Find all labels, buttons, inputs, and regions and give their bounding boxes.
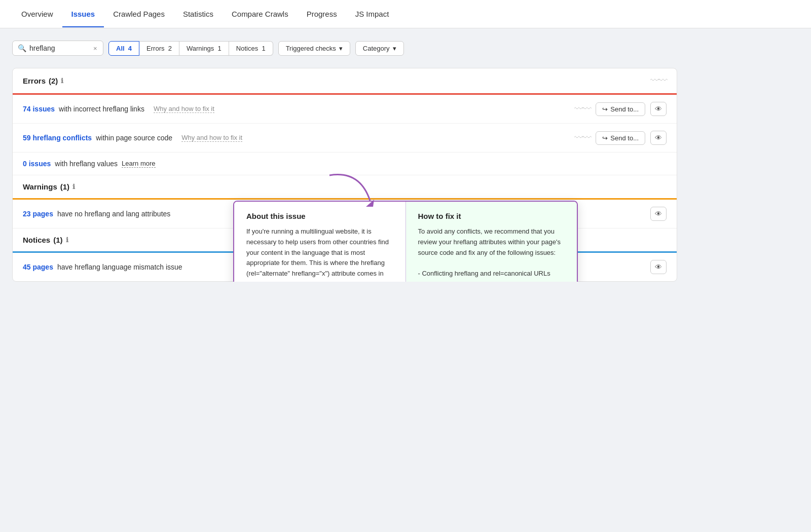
filter-errors-button[interactable]: Errors 2 — [139, 41, 179, 56]
error-1-wave: 〰〰 — [574, 104, 591, 115]
notice-row-1-right: 👁 — [650, 260, 667, 274]
error-row-2-left: 59 hreflang conflicts within page source… — [23, 134, 574, 142]
warnings-label: Warnings — [23, 182, 57, 191]
notices-issue-description: with hreflang values — [55, 160, 118, 168]
warnings-info-icon[interactable]: ℹ — [72, 183, 75, 191]
error-1-send-to-button[interactable]: ↪ Send to... — [596, 102, 645, 116]
filter-buttons: All 4 Errors 2 Warnings 1 Notices 1 — [108, 41, 273, 56]
triggered-checks-label: Triggered checks — [286, 45, 336, 52]
search-input[interactable] — [29, 44, 90, 52]
error-2-wave: 〰〰 — [574, 133, 591, 143]
notices-count: (1) — [53, 236, 62, 244]
tooltip-about-body: If you're running a multilingual website… — [246, 226, 393, 282]
nav-bar: Overview Issues Crawled Pages Statistics… — [0, 0, 811, 28]
tooltip-popup: About this issue If you're running a mul… — [233, 201, 578, 282]
notices-issue-row: 0 issues with hreflang values Learn more — [13, 153, 677, 175]
chevron-down-icon: ▾ — [393, 45, 396, 52]
error-2-count-link[interactable]: 59 hreflang conflicts — [23, 134, 92, 142]
tooltip-fix-title: How to fix it — [418, 212, 565, 220]
triggered-checks-dropdown[interactable]: Triggered checks ▾ — [278, 41, 350, 56]
send-to-label: Send to... — [610, 105, 639, 113]
error-row-2-right: 〰〰 ↪ Send to... 👁 — [574, 131, 667, 145]
notices-label: Notices — [23, 236, 50, 244]
eye-icon: 👁 — [655, 210, 662, 218]
error-2-send-to-button[interactable]: ↪ Send to... — [596, 131, 645, 145]
error-1-fix-link[interactable]: Why and how to fix it — [154, 105, 214, 113]
warnings-count: (1) — [60, 182, 69, 191]
nav-item-compare-crawls[interactable]: Compare Crawls — [223, 1, 298, 27]
notices-info-icon[interactable]: ℹ — [66, 236, 68, 244]
errors-section-header: Errors (2) ℹ 〰〰 — [13, 68, 677, 93]
nav-item-statistics[interactable]: Statistics — [174, 1, 223, 27]
nav-item-js-impact[interactable]: JS Impact — [346, 1, 398, 27]
notice-1-eye-button[interactable]: 👁 — [650, 260, 667, 274]
tooltip-about-section: About this issue If you're running a mul… — [234, 202, 406, 282]
category-dropdown[interactable]: Category ▾ — [355, 41, 404, 56]
error-row-1: 74 issues with incorrect hreflang links … — [13, 95, 677, 124]
filter-notices-button[interactable]: Notices 1 — [229, 41, 273, 56]
send-to-icon: ↪ — [602, 105, 608, 113]
main-content: 🔍 × All 4 Errors 2 Warnings 1 Notices 1 … — [0, 28, 689, 282]
errors-title: Errors (2) ℹ — [23, 77, 63, 85]
warnings-section-header: Warnings (1) ℹ — [13, 175, 677, 198]
warnings-title: Warnings (1) ℹ — [23, 182, 75, 191]
eye-icon: 👁 — [655, 105, 662, 113]
chevron-down-icon: ▾ — [339, 45, 343, 52]
error-1-eye-button[interactable]: 👁 — [650, 102, 667, 116]
errors-wave-icon: 〰〰 — [650, 75, 667, 86]
error-row-2: 59 hreflang conflicts within page source… — [13, 124, 677, 153]
nav-item-progress[interactable]: Progress — [298, 1, 346, 27]
clear-search-icon[interactable]: × — [93, 45, 97, 52]
warning-1-count-link[interactable]: 23 pages — [23, 210, 53, 218]
learn-more-link[interactable]: Learn more — [122, 160, 155, 168]
filter-bar: 🔍 × All 4 Errors 2 Warnings 1 Notices 1 … — [12, 41, 677, 56]
filter-all-button[interactable]: All 4 — [108, 41, 139, 56]
error-1-count-link[interactable]: 74 issues — [23, 105, 55, 113]
tooltip-fix-body: To avoid any conflicts, we recommend tha… — [418, 226, 565, 282]
tooltip-fix-section: How to fix it To avoid any conflicts, we… — [406, 202, 577, 282]
eye-icon: 👁 — [655, 263, 662, 271]
warning-1-description: have no hreflang and lang attributes — [57, 210, 170, 218]
notices-issue-count: 0 issues — [23, 160, 51, 168]
errors-count: (2) — [49, 77, 58, 85]
warning-row-1-right: 👁 — [650, 207, 667, 221]
category-label: Category — [363, 45, 390, 52]
tooltip-about-title: About this issue — [246, 212, 393, 220]
filter-warnings-button[interactable]: Warnings 1 — [179, 41, 229, 56]
send-to-label: Send to... — [610, 134, 639, 142]
error-2-eye-button[interactable]: 👁 — [650, 131, 667, 145]
send-to-icon: ↪ — [602, 134, 608, 142]
search-box: 🔍 × — [12, 41, 103, 56]
error-2-description: within page source code — [96, 134, 172, 142]
notices-title: Notices (1) ℹ — [23, 236, 68, 244]
notice-1-count-link[interactable]: 45 pages — [23, 263, 53, 271]
search-icon: 🔍 — [18, 44, 26, 52]
nav-item-overview[interactable]: Overview — [12, 1, 62, 27]
error-row-1-left: 74 issues with incorrect hreflang links … — [23, 105, 574, 113]
eye-icon: 👁 — [655, 134, 662, 142]
error-2-fix-link[interactable]: Why and how to fix it — [181, 134, 242, 142]
error-1-description: with incorrect hreflang links — [59, 105, 144, 113]
nav-item-issues[interactable]: Issues — [62, 1, 104, 27]
errors-info-icon[interactable]: ℹ — [61, 77, 63, 85]
errors-label: Errors — [23, 77, 46, 85]
warning-1-eye-button[interactable]: 👁 — [650, 207, 667, 221]
error-row-1-right: 〰〰 ↪ Send to... 👁 — [574, 102, 667, 116]
notice-1-description: have hreflang language mismatch issue — [57, 263, 182, 271]
nav-item-crawled-pages[interactable]: Crawled Pages — [104, 1, 174, 27]
notices-issue-left: 0 issues with hreflang values Learn more — [23, 160, 667, 168]
